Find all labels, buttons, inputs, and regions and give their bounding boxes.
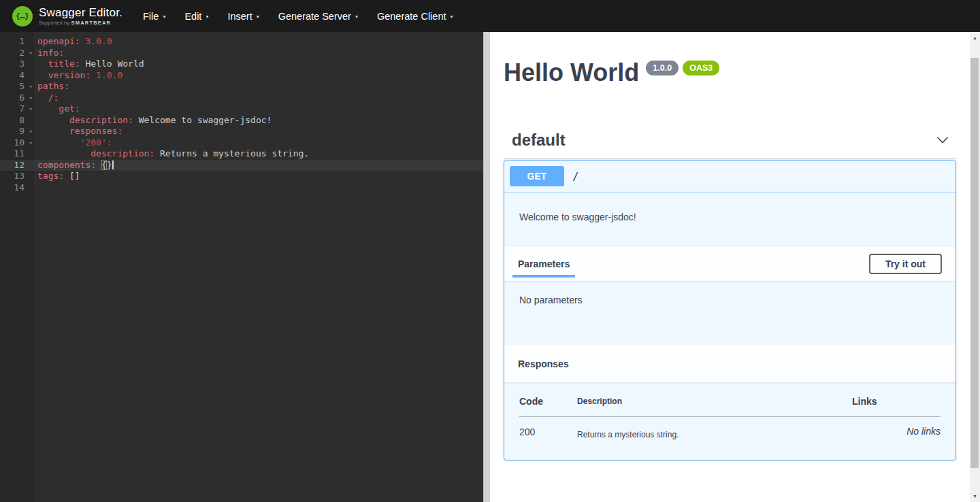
try-it-out-button[interactable]: Try it out: [869, 254, 942, 274]
line-number: 3: [0, 58, 34, 70]
code-token: paths:: [37, 81, 69, 91]
code-lines[interactable]: openapi: 3.0.0info: title: Hello World v…: [34, 32, 483, 502]
line-number: 6▾: [0, 93, 34, 104]
menu-generate-server[interactable]: Generate Server▾: [269, 4, 368, 29]
responses-links-header: Links: [852, 396, 941, 417]
yaml-editor[interactable]: 12▾345▾6▾7▾89▾10▾11121314 openapi: 3.0.0…: [0, 32, 483, 502]
code-line[interactable]: info:: [34, 48, 483, 59]
scrollbar-thumb[interactable]: [970, 58, 979, 468]
menu-edit[interactable]: Edit▾: [175, 4, 218, 29]
menu-label: Generate Server: [278, 11, 351, 22]
response-links: No links: [852, 417, 941, 440]
line-number: 8: [0, 115, 34, 127]
code-line[interactable]: '200':: [34, 137, 483, 149]
fold-arrow-icon[interactable]: ▾: [29, 81, 33, 93]
code-token: version:: [48, 70, 91, 80]
no-parameters-text: No parameters: [504, 281, 956, 345]
scroll-down-icon[interactable]: ▼: [970, 490, 980, 502]
line-number: 5▾: [0, 81, 34, 93]
code-line[interactable]: components: {}: [34, 160, 483, 171]
code-token: title:: [48, 58, 80, 69]
line-number: 14: [0, 182, 34, 194]
supported-by-label: Supported by: [39, 20, 69, 25]
fold-arrow-icon[interactable]: ▾: [29, 93, 33, 104]
line-number: 4: [0, 70, 34, 82]
code-line[interactable]: title: Hello World: [34, 58, 483, 70]
code-line[interactable]: responses:: [34, 126, 483, 137]
code-token: Hello World: [80, 58, 144, 69]
code-token: }: [107, 160, 112, 170]
code-line[interactable]: description: Returns a mysterious string…: [34, 148, 483, 160]
tab-parameters[interactable]: Parameters: [518, 258, 570, 269]
code-line[interactable]: version: 1.0.0: [34, 70, 483, 82]
operation-path: /: [572, 170, 579, 183]
code-token: Returns a mysterious string.: [154, 148, 309, 158]
code-line[interactable]: openapi: 3.0.0: [34, 36, 483, 48]
code-token: [91, 70, 96, 80]
menu-label: File: [143, 11, 159, 22]
chevron-down-icon: [936, 133, 949, 147]
responses-table: Code Description Links 200Returns a myst…: [519, 396, 941, 439]
menu-label: Insert: [227, 11, 252, 22]
code-line[interactable]: description: Welcome to swagger-jsdoc!: [34, 115, 483, 127]
operation-block-get: GET / Welcome to swagger-jsdoc! Paramete…: [504, 160, 956, 461]
line-number: 1: [0, 36, 34, 48]
menu-generate-client[interactable]: Generate Client▾: [368, 4, 463, 29]
fold-arrow-icon[interactable]: ▾: [29, 48, 33, 59]
swagger-editor-logo[interactable]: {…} Swagger Editor. Supported by SMARTBE…: [12, 6, 122, 27]
tag-section-default[interactable]: default: [504, 131, 956, 158]
code-line[interactable]: get:: [34, 103, 483, 115]
scroll-up-icon[interactable]: ▲: [970, 32, 980, 44]
app-title: Swagger Editor.: [39, 7, 122, 18]
menu-bar: File▾Edit▾Insert▾Generate Server▾Generat…: [133, 4, 462, 29]
menu-file[interactable]: File▾: [133, 4, 175, 29]
fold-arrow-icon[interactable]: ▾: [29, 137, 33, 149]
api-title: Hello World: [504, 58, 639, 87]
fold-arrow-icon[interactable]: ▾: [29, 126, 33, 137]
responses-rows: 200Returns a mysterious string.No links: [519, 417, 941, 440]
operation-summary[interactable]: GET /: [504, 161, 956, 193]
code-token: tags:: [37, 171, 64, 181]
main-split: 12▾345▾6▾7▾89▾10▾11121314 openapi: 3.0.0…: [0, 32, 980, 502]
braces-logo-icon: {…}: [12, 6, 33, 27]
code-token: openapi:: [37, 36, 80, 46]
preview-scrollbar[interactable]: ▲ ▼: [970, 32, 980, 502]
code-token: [37, 126, 69, 136]
http-method-badge: GET: [510, 166, 564, 186]
code-token: []: [64, 171, 80, 181]
code-line[interactable]: tags: []: [34, 171, 483, 182]
response-row: 200Returns a mysterious string.No links: [519, 417, 941, 440]
api-badges: 1.0.0 OAS3: [646, 61, 719, 76]
code-token: [37, 137, 80, 148]
swagger-ui-preview: Hello World 1.0.0 OAS3 default GET / Wel…: [490, 32, 970, 502]
code-token: [37, 93, 48, 103]
code-line[interactable]: [34, 182, 483, 194]
pane-splitter[interactable]: [483, 32, 490, 502]
menu-insert[interactable]: Insert▾: [218, 4, 268, 29]
brand-text: Swagger Editor. Supported by SMARTBEAR: [39, 7, 122, 26]
line-number: 11: [0, 148, 34, 160]
code-token: [37, 58, 48, 69]
line-number: 7▾: [0, 103, 34, 115]
code-token: info:: [37, 48, 64, 58]
topbar: {…} Swagger Editor. Supported by SMARTBE…: [0, 0, 980, 32]
responses-header: Responses: [504, 345, 956, 382]
operation-description: Welcome to swagger-jsdoc!: [504, 193, 956, 247]
version-badge: 1.0.0: [646, 61, 679, 76]
code-token: 1.0.0: [96, 70, 122, 80]
line-number: 2▾: [0, 48, 34, 59]
code-line[interactable]: paths:: [34, 81, 483, 93]
code-token: get:: [59, 103, 80, 114]
responses-code-header: Code: [519, 396, 577, 417]
chevron-down-icon: ▾: [206, 14, 208, 20]
response-description: Returns a mysterious string.: [577, 417, 852, 440]
code-token: [37, 148, 91, 158]
menu-label: Generate Client: [377, 11, 446, 22]
fold-arrow-icon[interactable]: ▾: [29, 103, 33, 115]
code-token: description:: [91, 148, 154, 158]
code-token: {: [101, 160, 107, 170]
code-token: [37, 115, 69, 125]
code-token: /:: [48, 93, 59, 103]
code-line[interactable]: /:: [34, 93, 483, 104]
responses-body: Code Description Links 200Returns a myst…: [504, 382, 956, 460]
